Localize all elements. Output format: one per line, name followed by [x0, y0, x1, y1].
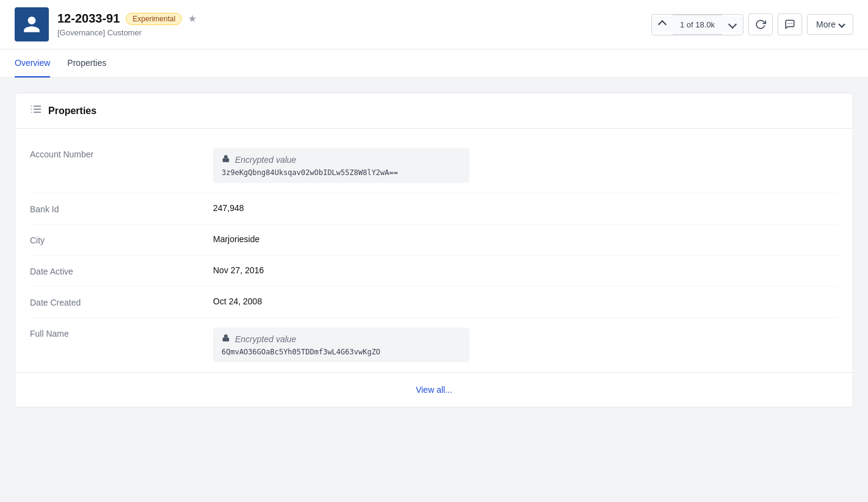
comment-icon	[784, 19, 795, 30]
prop-value-city: Marjorieside	[213, 234, 259, 244]
prop-value-account-number: Encrypted value 3z9eKgQbng84Uksqav02wObI…	[213, 148, 469, 183]
chevron-up-icon	[658, 20, 667, 29]
prop-label-bank-id: Bank Id	[30, 203, 213, 214]
record-id: 12-2033-91	[57, 12, 120, 26]
nav-prev-button[interactable]	[652, 16, 673, 32]
nav-count: 1 of 18.0k	[673, 15, 722, 35]
properties-card: Properties Account Number	[15, 93, 853, 407]
prop-label-full-name: Full Name	[30, 328, 213, 339]
more-button-label: More	[816, 20, 836, 29]
main-content: Properties Account Number	[0, 78, 868, 422]
card-title: Properties	[48, 106, 96, 117]
encrypted-box-full-name: Encrypted value 6QmvAO36GOaBc5Yh05TDDmf3…	[213, 328, 469, 362]
prop-label-date-created: Date Created	[30, 296, 213, 307]
chevron-down-icon	[728, 20, 737, 29]
encrypted-box-account-number: Encrypted value 3z9eKgQbng84Uksqav02wObI…	[213, 148, 469, 183]
prop-value-full-name: Encrypted value 6QmvAO36GOaBc5Yh05TDDmf3…	[213, 328, 469, 362]
prop-label-city: City	[30, 234, 213, 245]
table-row: Date Active Nov 27, 2016	[30, 256, 838, 287]
table-row: Bank Id 247,948	[30, 193, 838, 224]
lock-svg-icon	[222, 154, 230, 163]
card-body: Account Number Encrypted value	[15, 129, 853, 372]
nav-next-button[interactable]	[722, 16, 743, 32]
card-footer: View all...	[15, 372, 853, 407]
more-chevron-icon	[838, 21, 845, 27]
list-icon	[30, 103, 42, 118]
tab-properties[interactable]: Properties	[67, 49, 106, 77]
record-subtitle: [Governance] Customer	[57, 28, 197, 37]
avatar	[15, 7, 49, 41]
refresh-icon	[755, 19, 766, 30]
table-row: Date Created Oct 24, 2008	[30, 287, 838, 318]
prop-value-bank-id: 247,948	[213, 203, 244, 213]
refresh-button[interactable]	[748, 13, 773, 35]
table-row: Full Name Encrypted value	[30, 318, 838, 372]
header-right: 1 of 18.0k More	[651, 13, 853, 35]
svg-rect-10	[223, 337, 230, 341]
experimental-badge: Experimental	[126, 13, 182, 25]
nav-button-group: 1 of 18.0k	[651, 14, 743, 35]
view-all-link[interactable]: View all...	[416, 385, 452, 395]
prop-value-date-created: Oct 24, 2008	[213, 296, 262, 306]
header-info: 12-2033-91 Experimental ★ [Governance] C…	[57, 12, 197, 37]
header-title-row: 12-2033-91 Experimental ★	[57, 12, 197, 26]
lock-icon-fullname	[222, 334, 230, 344]
lock-icon	[222, 154, 230, 165]
table-row: Account Number Encrypted value	[30, 138, 838, 193]
more-button[interactable]: More	[807, 14, 853, 35]
properties-list-icon	[30, 103, 42, 115]
table-row: City Marjorieside	[30, 224, 838, 256]
person-icon	[22, 15, 42, 34]
prop-label-date-active: Date Active	[30, 265, 213, 276]
favorite-star-icon[interactable]: ★	[188, 13, 197, 24]
card-header: Properties	[15, 93, 853, 129]
svg-rect-9	[223, 158, 230, 162]
page-header: 12-2033-91 Experimental ★ [Governance] C…	[0, 0, 868, 49]
tab-bar: Overview Properties	[0, 49, 868, 78]
prop-value-date-active: Nov 27, 2016	[213, 265, 264, 275]
header-left: 12-2033-91 Experimental ★ [Governance] C…	[15, 7, 197, 41]
prop-label-account-number: Account Number	[30, 148, 213, 159]
encrypted-label-fullname: Encrypted value	[235, 334, 296, 344]
encrypted-label-account: Encrypted value	[235, 155, 296, 165]
comment-button[interactable]	[778, 13, 802, 35]
lock-svg-icon-fullname	[222, 334, 230, 342]
encrypted-value-fullname: 6QmvAO36GOaBc5Yh05TDDmf3wL4G63vwKgZO	[222, 348, 461, 356]
tab-overview[interactable]: Overview	[15, 49, 50, 77]
encrypted-value-account: 3z9eKgQbng84Uksqav02wObIDLw55Z8W8lY2wA==	[222, 168, 461, 177]
